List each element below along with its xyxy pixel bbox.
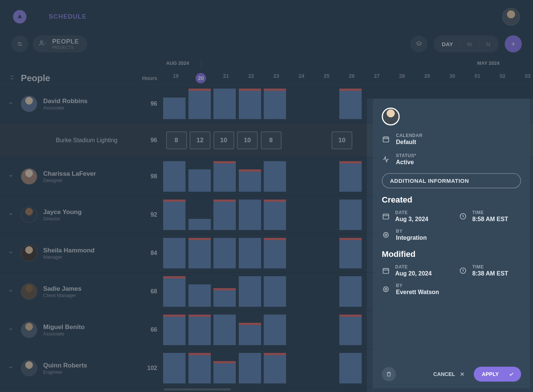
day-header-cell[interactable]: 29: [415, 73, 440, 83]
day-header-cell[interactable]: 20: [188, 73, 214, 83]
view-range-toggle[interactable]: DAY W M: [434, 35, 499, 52]
schedule-cell[interactable]: [163, 89, 185, 119]
project-hours-cell[interactable]: 10: [331, 131, 352, 149]
project-hours-cell[interactable]: 8: [261, 131, 282, 149]
project-hours-cell[interactable]: 8: [166, 131, 187, 149]
person-avatar[interactable]: [21, 245, 37, 261]
schedule-cell[interactable]: [264, 276, 286, 307]
day-header-cell[interactable]: 27: [364, 73, 390, 83]
schedule-cell[interactable]: [239, 89, 261, 119]
status-field-value[interactable]: Active: [396, 159, 416, 166]
cancel-button[interactable]: CANCEL: [428, 367, 470, 381]
schedule-cell[interactable]: [239, 276, 261, 307]
add-button[interactable]: [505, 35, 522, 52]
chevron-down-icon[interactable]: [8, 365, 16, 372]
person-avatar[interactable]: [21, 322, 37, 338]
schedule-cell[interactable]: [188, 276, 211, 307]
person-sidebar[interactable]: Jayce YoungDirector92: [0, 196, 163, 234]
project-hours-cell[interactable]: 10: [237, 131, 258, 149]
project-hours-cell[interactable]: 10: [213, 131, 234, 149]
person-sidebar[interactable]: Sheila HammondManager84: [0, 234, 163, 272]
schedule-cell[interactable]: [188, 238, 211, 268]
day-header-cell[interactable]: 02: [490, 73, 515, 83]
chevron-down-icon[interactable]: [8, 288, 16, 295]
day-header-cell[interactable]: 25: [314, 73, 339, 83]
schedule-cell[interactable]: [339, 276, 362, 307]
schedule-cell[interactable]: [163, 353, 185, 383]
chevron-up-icon[interactable]: [8, 101, 16, 107]
person-sidebar[interactable]: Quinn RobertsEngineer102: [0, 349, 163, 387]
schedule-cell[interactable]: [264, 89, 286, 119]
schedule-cell[interactable]: [188, 200, 211, 230]
day-header-cell[interactable]: 30: [440, 73, 465, 83]
schedule-cell[interactable]: [163, 315, 185, 345]
schedule-cell[interactable]: [213, 276, 236, 307]
chevron-down-icon[interactable]: [8, 173, 16, 180]
schedule-cell[interactable]: [239, 238, 261, 268]
schedule-cell[interactable]: [264, 353, 286, 383]
schedule-cell[interactable]: [339, 315, 362, 345]
day-header-cell[interactable]: 03: [515, 73, 533, 83]
schedule-cell[interactable]: [213, 315, 236, 345]
view-month-tab[interactable]: M: [486, 41, 491, 47]
schedule-cell[interactable]: [264, 200, 286, 230]
schedule-cell[interactable]: [163, 161, 185, 192]
people-projects-toggle[interactable]: PEOPLE PROJECTS: [33, 35, 87, 52]
person-sidebar[interactable]: Miguel BenitoAssociate66: [0, 311, 163, 349]
schedule-cell[interactable]: [264, 238, 286, 268]
schedule-cell[interactable]: [339, 89, 362, 119]
day-header-cell[interactable]: 24: [289, 73, 314, 83]
schedule-cell[interactable]: [339, 238, 362, 268]
schedule-cell[interactable]: [339, 161, 362, 192]
day-header-cell[interactable]: 22: [239, 73, 264, 83]
app-logo[interactable]: [13, 10, 26, 23]
apply-button[interactable]: APPLY: [474, 367, 521, 382]
project-name[interactable]: Burke Stadium Lighting: [56, 137, 117, 144]
person-avatar[interactable]: [21, 168, 37, 185]
schedule-cell[interactable]: [163, 200, 185, 230]
schedule-cell[interactable]: [239, 161, 261, 192]
chevron-down-icon[interactable]: [8, 211, 16, 218]
person-avatar[interactable]: [21, 96, 37, 112]
schedule-cell[interactable]: [213, 89, 236, 119]
schedule-cell[interactable]: [188, 353, 211, 383]
person-sidebar[interactable]: David RobbinsAssociate96: [0, 85, 163, 123]
filter-icon[interactable]: [11, 35, 28, 52]
schedule-cell[interactable]: [213, 238, 236, 268]
schedule-cell[interactable]: [213, 353, 236, 383]
schedule-cell[interactable]: [239, 315, 261, 345]
schedule-cell[interactable]: [264, 315, 286, 345]
layers-icon[interactable]: [410, 35, 428, 52]
panel-avatar[interactable]: [382, 108, 400, 125]
view-week-tab[interactable]: W: [467, 41, 472, 47]
person-avatar[interactable]: [21, 360, 37, 376]
schedule-cell[interactable]: [339, 200, 362, 230]
chevron-down-icon[interactable]: [8, 250, 16, 256]
day-header-cell[interactable]: 01: [465, 73, 490, 83]
person-avatar[interactable]: [21, 207, 37, 223]
schedule-cell[interactable]: [188, 315, 211, 345]
day-header-cell[interactable]: 23: [264, 73, 289, 83]
schedule-cell[interactable]: [188, 89, 211, 119]
collapse-all-icon[interactable]: [9, 74, 15, 82]
day-header-cell[interactable]: 19: [163, 73, 188, 83]
day-header-cell[interactable]: 21: [213, 73, 239, 83]
person-avatar[interactable]: [21, 283, 37, 300]
schedule-cell[interactable]: [188, 161, 211, 192]
day-header-cell[interactable]: 28: [390, 73, 415, 83]
project-hours-cell[interactable]: 12: [190, 131, 210, 149]
schedule-cell[interactable]: [163, 276, 185, 307]
person-sidebar[interactable]: Charissa LaFeverDesigner98: [0, 157, 163, 195]
schedule-cell[interactable]: [239, 353, 261, 383]
schedule-cell[interactable]: [239, 200, 261, 230]
schedule-cell[interactable]: [163, 238, 185, 268]
delete-button[interactable]: [382, 367, 396, 381]
schedule-cell[interactable]: [264, 161, 286, 192]
chevron-down-icon[interactable]: [8, 326, 16, 333]
day-header-cell[interactable]: 26: [339, 73, 365, 83]
horizontal-scrollbar[interactable]: [164, 388, 231, 391]
view-day-tab[interactable]: DAY: [442, 41, 453, 47]
person-sidebar[interactable]: Sadie JamesClient Manager68: [0, 273, 163, 310]
calendar-field-value[interactable]: Default: [396, 139, 422, 146]
user-avatar[interactable]: [502, 8, 520, 26]
